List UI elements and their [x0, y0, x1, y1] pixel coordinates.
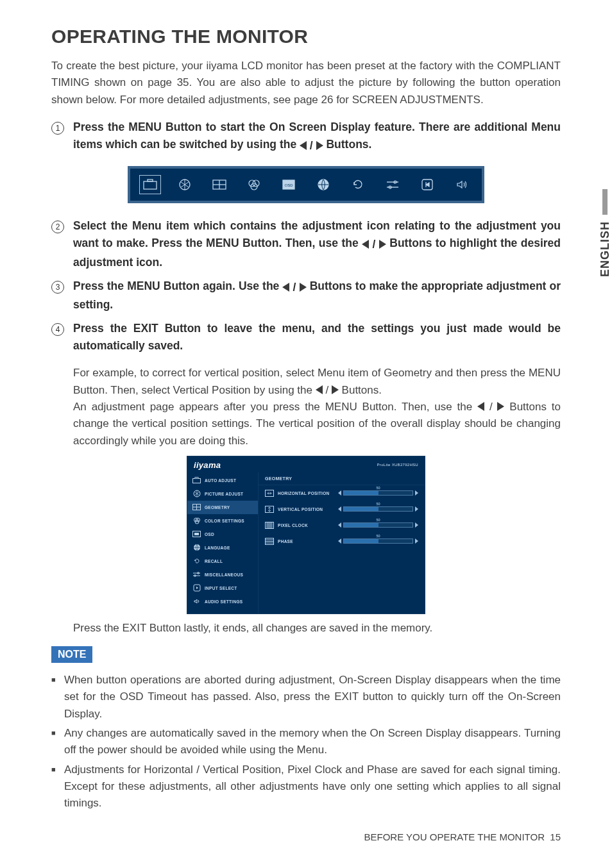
- left-arrow-icon: [300, 141, 307, 150]
- iconbar-input-select-icon: [419, 178, 436, 192]
- iconbar-picture-adjust-icon: [176, 178, 193, 192]
- slider-value: 50: [376, 518, 380, 522]
- osd-menu: iiyama ProLite XUB2792HSU AUTO ADJUST PI…: [187, 456, 425, 614]
- right-arrow-icon: [379, 240, 386, 249]
- slider[interactable]: 50: [338, 522, 418, 528]
- slider[interactable]: 50: [338, 506, 418, 512]
- slider-value: 50: [376, 502, 380, 506]
- footer-page: 15: [550, 831, 561, 842]
- language-label: ENGLISH: [599, 221, 612, 277]
- example-paragraph: For example, to correct for vertical pos…: [73, 365, 561, 449]
- osd-item-color-settings[interactable]: COLOR SETTINGS: [187, 514, 258, 528]
- svg-rect-18: [195, 478, 198, 479]
- row-icon: [265, 506, 274, 513]
- osd-adjustment-row[interactable]: PHASE50: [259, 533, 425, 549]
- note-badge: NOTE: [51, 646, 92, 663]
- osd-item-auto-adjust[interactable]: AUTO ADJUST: [187, 474, 258, 487]
- osd-adjustment-row[interactable]: PIXEL CLOCK50: [259, 517, 425, 533]
- step-4: 4 Press the EXIT Button to leave the men…: [51, 320, 561, 355]
- iconbar-color-settings-icon: [246, 178, 262, 192]
- bullet-icon: [51, 672, 64, 722]
- step-number-4: 4: [51, 323, 64, 336]
- post-osd-text: Press the EXIT Button lastly, it ends, a…: [73, 622, 561, 635]
- iconbar-miscellaneous-icon: [384, 178, 401, 192]
- page-footer: BEFORE YOU OPERATE THE MONITOR 15: [51, 831, 561, 842]
- row-label: PHASE: [278, 539, 334, 544]
- osd-right-panel: GEOMETRY HORIZONTAL POSITION50VERTICAL P…: [259, 472, 425, 613]
- iconbar-audio-settings-icon: [454, 178, 470, 192]
- language-tab-bar: [603, 189, 608, 215]
- step-1: 1 Press the MENU Button to start the On …: [51, 119, 561, 154]
- iconbar-geometry-icon: [211, 178, 228, 192]
- iconbar-recall-icon: [350, 178, 366, 192]
- slider-track[interactable]: 50: [343, 522, 413, 528]
- bullet-icon: [51, 725, 64, 759]
- svg-rect-17: [193, 479, 201, 483]
- slider-right-arrow-icon[interactable]: [415, 538, 418, 544]
- row-icon: [265, 538, 274, 545]
- osd-adjustment-row[interactable]: VERTICAL POSITION50: [259, 501, 425, 517]
- bullet-icon: [51, 762, 64, 812]
- right-arrow-icon: [332, 385, 339, 394]
- language-tab: ENGLISH: [599, 189, 612, 277]
- slider[interactable]: 50: [338, 538, 418, 544]
- osd-item-osd[interactable]: OSD: [187, 528, 258, 541]
- steps-list: 1 Press the MENU Button to start the On …: [51, 119, 561, 355]
- osd-right-title: GEOMETRY: [259, 472, 425, 485]
- slider-track[interactable]: 50: [343, 490, 413, 496]
- slider-left-arrow-icon[interactable]: [338, 538, 341, 544]
- row-label: PIXEL CLOCK: [278, 523, 334, 528]
- osd-brand: iiyama: [194, 460, 221, 470]
- slider-left-arrow-icon[interactable]: [338, 522, 341, 528]
- row-icon: [265, 522, 274, 529]
- note-1: When button operations are aborted durin…: [64, 672, 561, 722]
- example-2a: An adjustment page appears after you pre…: [73, 401, 477, 413]
- left-arrow-icon: [316, 385, 323, 394]
- note-3: Adjustments for Horizontal / Vertical Po…: [64, 762, 561, 812]
- left-arrow-icon: [362, 240, 369, 249]
- notes-list: When button operations are aborted durin…: [51, 672, 561, 812]
- slider-value: 50: [376, 534, 380, 538]
- step-3-text-a: Press the MENU Button again. Use the: [73, 280, 282, 292]
- iconbar-osd-icon: OSD: [280, 178, 297, 192]
- slider-value: 50: [376, 486, 380, 490]
- left-arrow-icon: [282, 283, 289, 292]
- svg-rect-1: [148, 179, 153, 181]
- osd-item-language[interactable]: LANGUAGE: [187, 541, 258, 555]
- osd-model: ProLite XUB2792HSU: [377, 463, 418, 467]
- osd-item-input-select[interactable]: INPUT SELECT: [187, 581, 258, 595]
- footer-label: BEFORE YOU OPERATE THE MONITOR: [364, 831, 545, 842]
- slider-right-arrow-icon[interactable]: [415, 506, 418, 512]
- page-title: OPERATING THE MONITOR: [51, 26, 561, 47]
- osd-item-picture-adjust[interactable]: PICTURE ADJUST: [187, 487, 258, 501]
- slider-right-arrow-icon[interactable]: [415, 522, 418, 528]
- osd-item-geometry[interactable]: GEOMETRY: [187, 501, 258, 514]
- right-arrow-icon: [300, 283, 307, 292]
- svg-text:OSD: OSD: [284, 183, 293, 187]
- step-number-3: 3: [51, 281, 64, 294]
- step-4-text: Press the EXIT Button to leave the menu,…: [73, 320, 561, 355]
- slider-track[interactable]: 50: [343, 506, 413, 512]
- iconbar-language-icon: [315, 178, 332, 192]
- step-1-text-b: Buttons.: [323, 138, 372, 151]
- example-1b: Buttons.: [339, 384, 382, 396]
- svg-rect-27: [194, 533, 199, 535]
- step-3: 3 Press the MENU Button again. Use the /…: [51, 278, 561, 313]
- osd-adjustment-row[interactable]: HORIZONTAL POSITION50: [259, 485, 425, 501]
- osd-item-recall[interactable]: RECALL: [187, 555, 258, 568]
- intro-paragraph: To create the best picture, your iiyama …: [51, 58, 561, 108]
- right-arrow-icon: [316, 141, 323, 150]
- osd-icon-bar: OSD: [51, 166, 561, 203]
- iconbar-auto-adjust-icon: [142, 178, 158, 192]
- step-number-1: 1: [51, 122, 64, 135]
- slider-left-arrow-icon[interactable]: [338, 490, 341, 496]
- slider[interactable]: 50: [338, 490, 418, 496]
- osd-item-miscellaneous[interactable]: MISCELLANEOUS: [187, 568, 258, 581]
- slider-right-arrow-icon[interactable]: [415, 490, 418, 496]
- row-label: HORIZONTAL POSITION: [278, 491, 334, 496]
- left-arrow-icon: [477, 402, 484, 411]
- slider-track[interactable]: 50: [343, 538, 413, 544]
- row-icon: [265, 490, 274, 497]
- osd-item-audio-settings[interactable]: AUDIO SETTINGS: [187, 595, 258, 608]
- slider-left-arrow-icon[interactable]: [338, 506, 341, 512]
